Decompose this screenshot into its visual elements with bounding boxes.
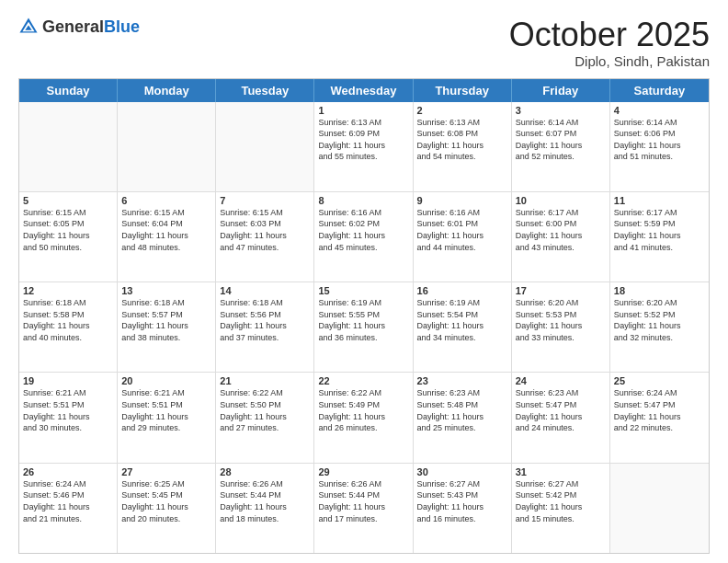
day-number: 5: [23, 195, 113, 206]
day-info: Sunrise: 6:14 AM Sunset: 6:07 PM Dayligh…: [516, 117, 606, 163]
day-info: Sunrise: 6:27 AM Sunset: 5:43 PM Dayligh…: [417, 478, 507, 524]
day-info: Sunrise: 6:15 AM Sunset: 6:04 PM Dayligh…: [121, 207, 211, 253]
day-number: 21: [220, 375, 310, 386]
day-number: 12: [23, 285, 113, 296]
day-info: Sunrise: 6:22 AM Sunset: 5:50 PM Dayligh…: [220, 387, 310, 433]
day-info: Sunrise: 6:18 AM Sunset: 5:57 PM Dayligh…: [121, 297, 211, 343]
day-number: 30: [417, 466, 507, 477]
day-cell-11: 11Sunrise: 6:17 AM Sunset: 5:59 PM Dayli…: [610, 192, 709, 282]
day-number: 26: [23, 466, 113, 477]
day-info: Sunrise: 6:22 AM Sunset: 5:49 PM Dayligh…: [318, 387, 408, 433]
day-number: 9: [417, 195, 507, 206]
month-title: October 2025: [509, 17, 710, 53]
location: Diplo, Sindh, Pakistan: [509, 53, 710, 69]
day-cell-30: 30Sunrise: 6:27 AM Sunset: 5:43 PM Dayli…: [414, 464, 512, 553]
day-number: 15: [318, 285, 408, 296]
day-cell-24: 24Sunrise: 6:23 AM Sunset: 5:47 PM Dayli…: [512, 373, 610, 462]
day-cell-8: 8Sunrise: 6:16 AM Sunset: 6:02 PM Daylig…: [314, 192, 413, 282]
day-number: 17: [516, 285, 606, 296]
day-cell-19: 19Sunrise: 6:21 AM Sunset: 5:51 PM Dayli…: [19, 373, 118, 462]
day-cell-22: 22Sunrise: 6:22 AM Sunset: 5:49 PM Dayli…: [314, 373, 413, 462]
day-info: Sunrise: 6:24 AM Sunset: 5:46 PM Dayligh…: [23, 478, 113, 524]
day-number: 7: [220, 195, 310, 206]
header: GeneralBlue October 2025 Diplo, Sindh, P…: [18, 17, 710, 69]
day-cell-empty: [118, 102, 216, 191]
day-cell-17: 17Sunrise: 6:20 AM Sunset: 5:53 PM Dayli…: [512, 282, 610, 372]
day-info: Sunrise: 6:17 AM Sunset: 6:00 PM Dayligh…: [516, 207, 606, 253]
day-headers: SundayMondayTuesdayWednesdayThursdayFrid…: [19, 79, 709, 102]
day-cell-28: 28Sunrise: 6:26 AM Sunset: 5:44 PM Dayli…: [216, 464, 314, 553]
day-header-thursday: Thursday: [414, 79, 512, 102]
day-info: Sunrise: 6:20 AM Sunset: 5:53 PM Dayligh…: [516, 297, 606, 343]
day-cell-27: 27Sunrise: 6:25 AM Sunset: 5:45 PM Dayli…: [118, 464, 216, 553]
day-info: Sunrise: 6:20 AM Sunset: 5:52 PM Dayligh…: [614, 297, 705, 343]
day-cell-20: 20Sunrise: 6:21 AM Sunset: 5:51 PM Dayli…: [118, 373, 216, 462]
day-cell-26: 26Sunrise: 6:24 AM Sunset: 5:46 PM Dayli…: [19, 464, 118, 553]
week-row-3: 12Sunrise: 6:18 AM Sunset: 5:58 PM Dayli…: [19, 282, 709, 372]
day-info: Sunrise: 6:15 AM Sunset: 6:05 PM Dayligh…: [23, 207, 113, 253]
week-row-2: 5Sunrise: 6:15 AM Sunset: 6:05 PM Daylig…: [19, 191, 709, 282]
day-header-wednesday: Wednesday: [314, 79, 413, 102]
logo-general: General: [42, 17, 104, 36]
day-info: Sunrise: 6:26 AM Sunset: 5:44 PM Dayligh…: [318, 478, 408, 524]
day-cell-5: 5Sunrise: 6:15 AM Sunset: 6:05 PM Daylig…: [19, 192, 118, 282]
day-number: 27: [121, 466, 211, 477]
day-info: Sunrise: 6:24 AM Sunset: 5:47 PM Dayligh…: [614, 387, 705, 433]
day-info: Sunrise: 6:19 AM Sunset: 5:55 PM Dayligh…: [318, 297, 408, 343]
day-info: Sunrise: 6:21 AM Sunset: 5:51 PM Dayligh…: [121, 387, 211, 433]
day-number: 2: [417, 105, 507, 116]
day-cell-25: 25Sunrise: 6:24 AM Sunset: 5:47 PM Dayli…: [610, 373, 709, 462]
day-number: 14: [220, 285, 310, 296]
day-info: Sunrise: 6:27 AM Sunset: 5:42 PM Dayligh…: [516, 478, 606, 524]
day-cell-empty: [216, 102, 314, 191]
day-info: Sunrise: 6:21 AM Sunset: 5:51 PM Dayligh…: [23, 387, 113, 433]
day-number: 8: [318, 195, 408, 206]
day-info: Sunrise: 6:17 AM Sunset: 5:59 PM Dayligh…: [614, 207, 705, 253]
day-info: Sunrise: 6:15 AM Sunset: 6:03 PM Dayligh…: [220, 207, 310, 253]
day-number: 29: [318, 466, 408, 477]
page: GeneralBlue October 2025 Diplo, Sindh, P…: [0, 0, 728, 563]
day-number: 4: [614, 105, 705, 116]
day-header-tuesday: Tuesday: [216, 79, 314, 102]
day-cell-empty: [19, 102, 118, 191]
day-cell-14: 14Sunrise: 6:18 AM Sunset: 5:56 PM Dayli…: [216, 282, 314, 372]
day-cell-7: 7Sunrise: 6:15 AM Sunset: 6:03 PM Daylig…: [216, 192, 314, 282]
day-number: 24: [516, 375, 606, 386]
day-number: 22: [318, 375, 408, 386]
day-info: Sunrise: 6:13 AM Sunset: 6:08 PM Dayligh…: [417, 117, 507, 163]
day-header-friday: Friday: [512, 79, 610, 102]
day-number: 28: [220, 466, 310, 477]
day-cell-6: 6Sunrise: 6:15 AM Sunset: 6:04 PM Daylig…: [118, 192, 216, 282]
day-cell-3: 3Sunrise: 6:14 AM Sunset: 6:07 PM Daylig…: [512, 102, 610, 191]
day-cell-12: 12Sunrise: 6:18 AM Sunset: 5:58 PM Dayli…: [19, 282, 118, 372]
day-header-saturday: Saturday: [610, 79, 709, 102]
day-cell-29: 29Sunrise: 6:26 AM Sunset: 5:44 PM Dayli…: [314, 464, 413, 553]
day-cell-15: 15Sunrise: 6:19 AM Sunset: 5:55 PM Dayli…: [314, 282, 413, 372]
day-number: 3: [516, 105, 606, 116]
day-cell-10: 10Sunrise: 6:17 AM Sunset: 6:00 PM Dayli…: [512, 192, 610, 282]
day-number: 20: [121, 375, 211, 386]
day-info: Sunrise: 6:16 AM Sunset: 6:01 PM Dayligh…: [417, 207, 507, 253]
day-cell-31: 31Sunrise: 6:27 AM Sunset: 5:42 PM Dayli…: [512, 464, 610, 553]
day-cell-9: 9Sunrise: 6:16 AM Sunset: 6:01 PM Daylig…: [414, 192, 512, 282]
day-number: 25: [614, 375, 705, 386]
day-number: 13: [121, 285, 211, 296]
day-info: Sunrise: 6:18 AM Sunset: 5:56 PM Dayligh…: [220, 297, 310, 343]
day-info: Sunrise: 6:16 AM Sunset: 6:02 PM Dayligh…: [318, 207, 408, 253]
day-cell-2: 2Sunrise: 6:13 AM Sunset: 6:08 PM Daylig…: [414, 102, 512, 191]
logo-icon: [18, 17, 39, 37]
day-number: 18: [614, 285, 705, 296]
day-header-monday: Monday: [118, 79, 216, 102]
logo: GeneralBlue: [18, 17, 140, 37]
day-info: Sunrise: 6:18 AM Sunset: 5:58 PM Dayligh…: [23, 297, 113, 343]
day-info: Sunrise: 6:14 AM Sunset: 6:06 PM Dayligh…: [614, 117, 705, 163]
day-cell-21: 21Sunrise: 6:22 AM Sunset: 5:50 PM Dayli…: [216, 373, 314, 462]
day-info: Sunrise: 6:13 AM Sunset: 6:09 PM Dayligh…: [318, 117, 408, 163]
day-number: 10: [516, 195, 606, 206]
calendar-body: 1Sunrise: 6:13 AM Sunset: 6:09 PM Daylig…: [19, 102, 709, 553]
day-number: 16: [417, 285, 507, 296]
day-number: 1: [318, 105, 408, 116]
logo-blue: Blue: [104, 17, 140, 36]
day-header-sunday: Sunday: [19, 79, 118, 102]
week-row-5: 26Sunrise: 6:24 AM Sunset: 5:46 PM Dayli…: [19, 463, 709, 553]
